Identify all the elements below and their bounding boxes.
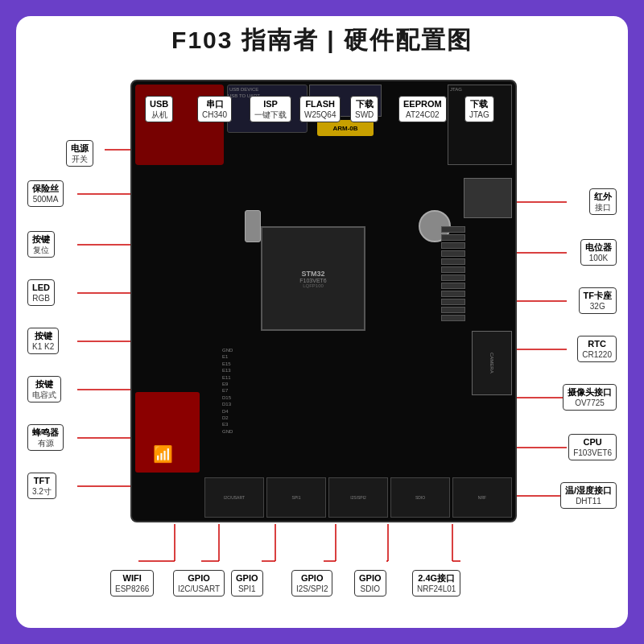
label-usb: USB 从机 (145, 96, 173, 122)
label-tfcard: TF卡座 32G (579, 287, 617, 314)
label-ir: 红外 接口 (589, 188, 617, 215)
label-gpio2: GPIO SPI1 (231, 570, 263, 597)
label-power: 电源 开关 (66, 140, 93, 167)
label-flash: FLASH W25Q64 (299, 96, 341, 122)
page-title: F103 指南者 | 硬件配置图 (171, 24, 473, 57)
pcb-board: USB DEVICE USB TO UART ARM-0B JTAG STM32… (130, 80, 517, 522)
main-card: F103 指南者 | 硬件配置图 (16, 16, 628, 628)
pcb-cpu-line2: LQFP100 (303, 283, 324, 288)
label-gpio1: GPIO I2C/USART (173, 570, 225, 597)
label-serial: 串口 CH340 (197, 96, 232, 122)
label-isp: ISP 一键下载 (250, 96, 291, 122)
label-fuse: 保险丝 500MA (27, 180, 64, 207)
label-reset: 按键 复位 (27, 231, 55, 258)
pcb-right-pins (441, 226, 465, 387)
camera-label: CAMERA (489, 353, 494, 374)
label-dht: 温/湿度接口 DHT11 (560, 482, 617, 509)
pcb-wifi-icon: 📶 (147, 442, 179, 466)
diagram-area: USB DEVICE USB TO UART ARM-0B JTAG STM32… (26, 64, 618, 611)
label-swd: 下载 SWD (350, 96, 378, 122)
label-wifi: WIFI ESP8266 (110, 570, 154, 597)
pcb-sd-area (464, 178, 512, 218)
pcb-crystal (245, 210, 261, 242)
label-gpio3: GPIO I2S/SPI2 (291, 570, 332, 597)
label-jtag: 下载 JTAG (464, 96, 494, 122)
label-cap: 按键 电容式 (27, 376, 61, 402)
pcb-cpu-label: STM32 (301, 270, 324, 278)
label-pot: 电位器 100K (580, 239, 617, 266)
wifi-symbol: 📶 (153, 444, 173, 464)
label-cpu: CPU F103VET6 (568, 434, 617, 460)
pcb-bottom-pins: I2C/USART SPI1 I2S/SPI2 SDIO NRF (204, 477, 512, 518)
pcb-camera-connector: CAMERA (472, 331, 512, 395)
pcb-cpu-sub: F103VET6 (299, 278, 326, 283)
pcb-cpu-chip: STM32 F103VET6 LQFP100 (261, 226, 365, 331)
label-rtc: RTC CR1220 (577, 336, 617, 362)
label-camera: 摄像头接口 OV7725 (563, 384, 617, 411)
label-nrf: 2.4G接口 NRF24L01 (412, 570, 460, 597)
arm-badge-text: ARM-0B (332, 125, 357, 132)
label-tft: TFT 3.2寸 (27, 473, 56, 499)
label-k1k2: 按键 K1 K2 (27, 328, 59, 354)
label-eeprom: EEPROM AT24C02 (398, 96, 447, 122)
label-led: LED RGB (27, 279, 55, 306)
label-buzzer: 蜂鸣器 有源 (27, 424, 64, 451)
label-gpio4: GPIO SDIO (354, 570, 386, 597)
